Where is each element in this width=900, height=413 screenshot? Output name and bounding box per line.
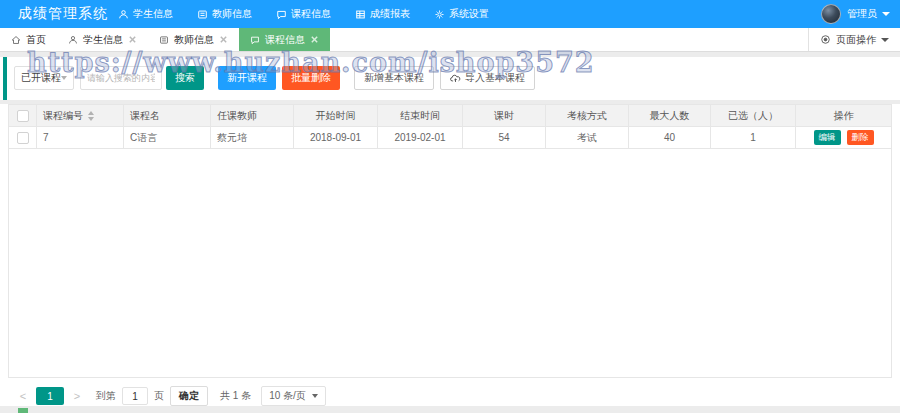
chevron-down-icon — [882, 12, 890, 16]
tab-label: 教师信息 — [174, 33, 214, 47]
select-all-checkbox[interactable] — [17, 110, 29, 122]
close-icon[interactable] — [310, 35, 319, 44]
course-filter-select[interactable]: 已开课程 — [14, 66, 74, 90]
search-input[interactable] — [80, 66, 162, 90]
table-row: 7 C语言 蔡元培 2018-09-01 2019-02-01 54 考试 40… — [9, 127, 891, 149]
header-course-name: 课程名 — [124, 105, 211, 126]
cell-start-time: 2018-09-01 — [294, 127, 378, 148]
cell-end-time: 2019-02-01 — [378, 127, 463, 148]
student-icon — [118, 9, 129, 20]
bottom-left-green-accent — [18, 408, 28, 413]
tab-students[interactable]: 学生信息 — [57, 28, 148, 51]
tab-label: 学生信息 — [83, 33, 123, 47]
header-start-time: 开始时间 — [294, 105, 378, 126]
current-page-button[interactable]: 1 — [36, 387, 64, 405]
delete-button[interactable]: 删除 — [847, 130, 874, 145]
cloud-upload-icon — [450, 73, 461, 84]
cell-course-id: 7 — [37, 127, 124, 148]
header-selected-count: 已选（人） — [711, 105, 796, 126]
jump-suffix-label: 页 — [154, 389, 164, 403]
page-operations-dropdown[interactable]: 页面操作 — [808, 28, 900, 51]
cell-teacher: 蔡元培 — [211, 127, 294, 148]
close-icon[interactable] — [219, 35, 228, 44]
course-icon — [276, 9, 287, 20]
nav-item-settings[interactable]: 系统设置 — [434, 7, 489, 21]
course-table-panel: 课程编号 课程名 任课教师 开始时间 结束时间 课时 考核方式 最大人数 已选（… — [0, 104, 900, 406]
batch-delete-button[interactable]: 批量删除 — [282, 66, 340, 90]
grade-management-app: 成绩管理系统 学生信息 教师信息 课程信息 成绩报表 系统设置 — [0, 0, 900, 413]
tab-label: 课程信息 — [265, 33, 305, 47]
edit-button[interactable]: 编辑 — [814, 130, 841, 145]
next-page-button[interactable]: > — [68, 390, 86, 402]
tab-bar: 首页 学生信息 教师信息 课程信息 页面操作 — [0, 28, 900, 52]
settings-icon — [434, 9, 445, 20]
nav-item-label: 学生信息 — [133, 7, 173, 21]
page-jump-input[interactable] — [122, 387, 148, 405]
home-icon — [11, 35, 21, 45]
search-button[interactable]: 搜索 — [166, 66, 204, 90]
course-table: 课程编号 课程名 任课教师 开始时间 结束时间 课时 考核方式 最大人数 已选（… — [8, 104, 892, 378]
radio-dot-icon — [820, 34, 831, 45]
nav-item-students[interactable]: 学生信息 — [118, 7, 173, 21]
cell-selected-count: 1 — [711, 127, 796, 148]
jump-confirm-button[interactable]: 确定 — [170, 386, 208, 406]
header-teacher: 任课教师 — [211, 105, 294, 126]
chevron-down-icon — [61, 76, 67, 80]
cell-hours: 54 — [463, 127, 546, 148]
report-icon — [355, 9, 366, 20]
page-size-select[interactable]: 10 条/页 — [261, 386, 326, 406]
row-checkbox[interactable] — [17, 132, 29, 144]
import-basic-course-button[interactable]: 导入基本课程 — [440, 66, 535, 90]
teacher-icon — [197, 9, 208, 20]
teacher-icon — [159, 35, 169, 45]
close-icon[interactable] — [128, 35, 137, 44]
prev-page-button[interactable]: < — [14, 390, 32, 402]
header-assessment: 考核方式 — [546, 105, 629, 126]
total-count-label: 共 1 条 — [220, 389, 251, 403]
user-avatar[interactable] — [821, 4, 841, 24]
course-icon — [250, 35, 260, 45]
top-navbar: 成绩管理系统 学生信息 教师信息 课程信息 成绩报表 系统设置 — [0, 0, 900, 28]
nav-item-label: 教师信息 — [212, 7, 252, 21]
pagination: < 1 > 到第 页 确定 共 1 条 10 条/页 — [14, 386, 326, 406]
new-course-button[interactable]: 新开课程 — [218, 66, 276, 90]
header-actions: 操作 — [796, 105, 891, 126]
chevron-down-icon — [881, 38, 889, 42]
user-label: 管理员 — [847, 7, 877, 21]
nav-item-courses[interactable]: 课程信息 — [276, 7, 331, 21]
tab-teachers[interactable]: 教师信息 — [148, 28, 239, 51]
page-ops-label: 页面操作 — [836, 33, 876, 47]
chevron-down-icon — [312, 394, 318, 398]
nav-item-reports[interactable]: 成绩报表 — [355, 7, 410, 21]
header-end-time: 结束时间 — [378, 105, 463, 126]
header-hours: 课时 — [463, 105, 546, 126]
tab-home[interactable]: 首页 — [0, 28, 57, 51]
panel-accent-bar — [3, 57, 7, 100]
jump-prefix-label: 到第 — [96, 389, 116, 403]
navbar-menu: 学生信息 教师信息 课程信息 成绩报表 系统设置 — [118, 7, 489, 21]
student-icon — [68, 35, 78, 45]
toolbar: 已开课程 搜索 新开课程 批量删除 新增基本课程 导入基本课程 — [14, 66, 535, 90]
tab-label: 首页 — [26, 33, 46, 47]
cell-course-name: C语言 — [124, 127, 211, 148]
header-max-count: 最大人数 — [629, 105, 711, 126]
nav-item-teachers[interactable]: 教师信息 — [197, 7, 252, 21]
user-menu[interactable]: 管理员 — [821, 0, 890, 28]
nav-item-label: 课程信息 — [291, 7, 331, 21]
tab-courses-active[interactable]: 课程信息 — [239, 28, 330, 51]
sort-icon[interactable] — [88, 111, 94, 121]
header-course-id[interactable]: 课程编号 — [37, 105, 124, 126]
page-size-value: 10 条/页 — [269, 389, 306, 403]
table-header-row: 课程编号 课程名 任课教师 开始时间 结束时间 课时 考核方式 最大人数 已选（… — [9, 105, 891, 127]
app-title: 成绩管理系统 — [0, 5, 118, 23]
add-basic-course-button[interactable]: 新增基本课程 — [354, 66, 434, 90]
filter-value: 已开课程 — [21, 71, 61, 85]
import-label: 导入基本课程 — [465, 71, 525, 85]
cell-assessment: 考试 — [546, 127, 629, 148]
nav-item-label: 系统设置 — [449, 7, 489, 21]
cell-max-count: 40 — [629, 127, 711, 148]
nav-item-label: 成绩报表 — [370, 7, 410, 21]
